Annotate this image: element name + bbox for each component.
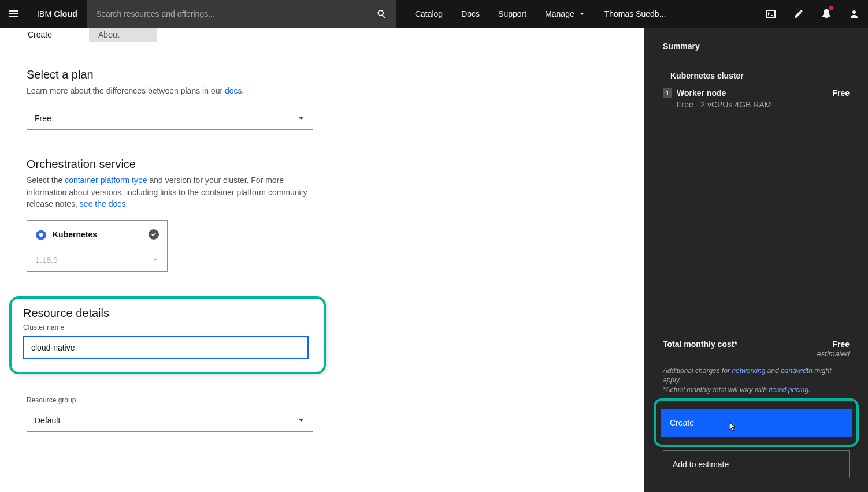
- edit-button[interactable]: [785, 0, 813, 28]
- tabs: Create About: [18, 28, 644, 42]
- summary-title: Summary: [663, 42, 850, 59]
- resource-group-block: Resource group Default: [27, 396, 320, 432]
- orch-sub-post: .: [125, 199, 128, 208]
- networking-link[interactable]: networking: [732, 367, 765, 375]
- tiered-pricing-link[interactable]: tiered pricing: [769, 386, 808, 394]
- worker-label: Worker node: [677, 88, 832, 98]
- summary-sidebar: Summary Kubernetes cluster 1 Worker node…: [644, 28, 868, 492]
- orch-version: 1.18.9: [35, 255, 58, 264]
- kubernetes-icon: [35, 229, 47, 240]
- notification-dot: [829, 6, 833, 10]
- worker-price: Free: [832, 88, 850, 98]
- nav-catalog[interactable]: Catalog: [406, 0, 452, 28]
- fine2-post: .: [808, 386, 810, 394]
- tab-create[interactable]: Create: [18, 28, 89, 42]
- plan-sub-post: .: [242, 86, 244, 95]
- account-button[interactable]: [840, 0, 868, 28]
- orch-link1[interactable]: container platform type: [65, 176, 147, 185]
- main-content: Create About Select a plan Learn more ab…: [0, 28, 644, 492]
- orch-card[interactable]: Kubernetes 1.18.9: [27, 220, 168, 272]
- bandwidth-link[interactable]: bandwidth: [781, 367, 813, 375]
- worker-count-badge: 1: [663, 88, 672, 98]
- nav-support[interactable]: Support: [489, 0, 536, 28]
- tree-line: [663, 70, 665, 81]
- orch-version-dropdown[interactable]: 1.18.9: [27, 248, 167, 271]
- nav-manage-label: Manage: [545, 9, 574, 18]
- plan-docs-link[interactable]: docs: [225, 86, 242, 95]
- brand-bold: Cloud: [54, 9, 77, 18]
- check-circle: [149, 229, 159, 240]
- resource-details-highlight: Resource details Cluster name: [9, 296, 326, 374]
- plan-dropdown[interactable]: Free: [27, 107, 313, 130]
- orch-title: Orchestration service: [27, 158, 320, 171]
- cluster-name-label: Cluster name: [23, 323, 312, 331]
- hamburger-menu-button[interactable]: [0, 0, 28, 28]
- nav-manage[interactable]: Manage: [536, 0, 595, 28]
- svg-point-1: [39, 233, 43, 237]
- tab-about[interactable]: About: [89, 28, 157, 42]
- nav-docs[interactable]: Docs: [452, 0, 489, 28]
- summary-worker-row: 1 Worker node Free: [663, 88, 850, 98]
- create-highlight: Create: [654, 398, 859, 447]
- pencil-icon: [793, 8, 804, 20]
- resource-title: Resource details: [23, 307, 312, 320]
- orch-subtitle: Select the container platform type and v…: [27, 174, 320, 210]
- add-to-estimate-button[interactable]: Add to estimate: [663, 450, 850, 478]
- resource-group-dropdown[interactable]: Default: [27, 409, 313, 432]
- fine-pre: Additional charges for: [663, 367, 732, 375]
- summary-cluster-label: Kubernetes cluster: [670, 71, 744, 80]
- orch-option-label: Kubernetes: [53, 230, 143, 239]
- orch-link2[interactable]: see the docs: [80, 199, 125, 208]
- chevron-down-icon: [152, 256, 159, 263]
- plan-selected: Free: [35, 114, 51, 123]
- terminal-icon: [765, 8, 777, 20]
- cluster-name-input[interactable]: [23, 336, 309, 359]
- orch-sub-pre: Select the: [27, 176, 65, 185]
- plan-title: Select a plan: [27, 68, 320, 81]
- fine-print: Additional charges for networking and ba…: [663, 366, 850, 395]
- orch-option[interactable]: Kubernetes: [27, 221, 167, 248]
- search-input[interactable]: [96, 9, 376, 18]
- nav-links: Catalog Docs Support Manage Thomas Suedb…: [406, 0, 675, 28]
- cursor-icon: [729, 422, 738, 435]
- nav-user[interactable]: Thomas Suedb...: [595, 0, 676, 28]
- form-content: Select a plan Learn more about the diffe…: [0, 42, 347, 446]
- total-price: Free: [832, 340, 850, 349]
- total-row: Total monthly cost* Free estimated: [663, 329, 850, 358]
- brand-label[interactable]: IBM Cloud: [28, 9, 87, 18]
- plan-subtitle: Learn more about the differences between…: [27, 85, 320, 96]
- shell-button[interactable]: [757, 0, 785, 28]
- fine-mid1: and: [765, 367, 781, 375]
- total-estimated: estimated: [817, 349, 850, 358]
- create-button[interactable]: Create: [661, 409, 852, 437]
- chevron-down-icon: [578, 10, 586, 18]
- search-icon[interactable]: [376, 8, 387, 20]
- page-body: Create About Select a plan Learn more ab…: [0, 28, 868, 492]
- resource-group-label: Resource group: [27, 396, 320, 404]
- brand-prefix: IBM: [37, 9, 54, 18]
- create-button-label: Create: [670, 418, 694, 427]
- worker-desc: Free - 2 vCPUs 4GB RAM: [677, 100, 850, 109]
- user-icon: [848, 8, 860, 20]
- add-to-estimate-label: Add to estimate: [673, 460, 729, 469]
- hamburger-icon: [8, 8, 20, 20]
- total-label: Total monthly cost*: [663, 340, 737, 349]
- chevron-down-icon: [297, 416, 305, 424]
- summary-cluster-row: Kubernetes cluster: [663, 70, 850, 81]
- notifications-button[interactable]: [813, 0, 840, 28]
- plan-sub-pre: Learn more about the differences between…: [27, 86, 225, 95]
- header-bar: IBM Cloud Catalog Docs Support Manage Th…: [0, 0, 868, 28]
- chevron-down-icon: [297, 114, 305, 122]
- checkmark-icon: [151, 232, 157, 237]
- fine2-pre: *Actual monthly total will vary with: [663, 386, 769, 394]
- header-icons: [757, 0, 868, 28]
- search-field-wrap[interactable]: [87, 0, 396, 28]
- resource-group-value: Default: [35, 416, 60, 425]
